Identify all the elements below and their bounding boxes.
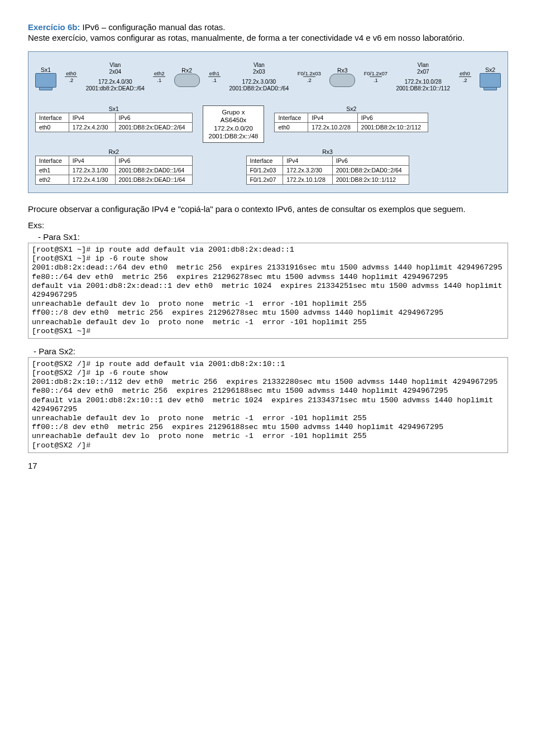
vlan-label: Vlan bbox=[253, 62, 265, 69]
sx1-portnum: .2 bbox=[69, 77, 73, 83]
td: F0/1.2x03 bbox=[246, 166, 283, 175]
tables-row-2: Rx2 InterfaceIPv4IPv6 eth1172.2x.3.1/302… bbox=[35, 148, 501, 185]
rx3-rightport: F0/1.2x07 bbox=[364, 70, 387, 76]
td: 172.2x.4.1/30 bbox=[69, 175, 115, 185]
th: IPv6 bbox=[115, 156, 192, 166]
vlan-net6: 2001:db8:2x:DEAD::/64 bbox=[86, 85, 145, 92]
vlan-id: 2x07 bbox=[417, 69, 429, 75]
td: eth0 bbox=[36, 122, 69, 132]
rx3-name: Rx3 bbox=[337, 67, 348, 74]
td: eth1 bbox=[36, 166, 69, 175]
table-rx2: Rx2 InterfaceIPv4IPv6 eth1172.2x.3.1/302… bbox=[35, 148, 193, 185]
th: IPv4 bbox=[283, 156, 332, 166]
vlan-net4: 172.2x.10.0/28 bbox=[405, 79, 442, 85]
td: eth2 bbox=[36, 175, 69, 185]
vlan-2x07: Vlan 2x07 172.2x.10.0/28 2001:DB8:2x:10:… bbox=[396, 62, 450, 92]
vlan-id: 2x03 bbox=[253, 69, 265, 75]
sx2-label: - Para Sx2: bbox=[34, 346, 508, 356]
vlan-label: Vlan bbox=[418, 62, 429, 69]
sx1-port: eth0 bbox=[66, 70, 76, 76]
page-title: Exercício 6b: IPv6 – configuração manual… bbox=[28, 22, 508, 32]
pc-icon bbox=[35, 73, 56, 88]
rx2-rightport: eth1 bbox=[209, 70, 220, 76]
device-sx2: Sx2 bbox=[480, 66, 501, 88]
caption: Rx3 bbox=[246, 148, 409, 156]
th: IPv4 bbox=[69, 156, 115, 166]
table-sx2: Sx2 InterfaceIPv4IPv6 eth0172.2x.10.2/28… bbox=[274, 105, 428, 132]
topology-row: Sx1 eth0 .2 Vlan 2x04 172.2x.4.0/30 2001… bbox=[35, 62, 501, 92]
sx1-label: - Para Sx1: bbox=[38, 232, 508, 242]
td: 172.2x.10.2/28 bbox=[308, 122, 357, 132]
group-line: 172.2x.0.0/20 bbox=[209, 124, 259, 132]
rx3-leftnum: .2 bbox=[307, 77, 312, 83]
device-sx1: Sx1 bbox=[35, 66, 56, 88]
td: 2001:DB8:2x:DAD0::2/64 bbox=[332, 166, 409, 175]
rx3-rightnum: .1 bbox=[374, 77, 378, 83]
td: 172.2x.3.1/30 bbox=[69, 166, 115, 175]
th: IPv4 bbox=[69, 113, 115, 122]
tables-row-1: Sx1 InterfaceIPv4IPv6 eth0172.2x.4.2/302… bbox=[35, 105, 501, 143]
title-prefix: Exercício 6b: bbox=[28, 22, 80, 32]
paragraph-observe: Procure observar a configuração IPv4 e "… bbox=[28, 204, 508, 215]
caption: Rx2 bbox=[35, 148, 193, 156]
rx2-rightnum: .1 bbox=[212, 77, 217, 83]
th: IPv6 bbox=[332, 156, 409, 166]
th: IPv6 bbox=[357, 113, 428, 122]
vlan-net4: 172.2x.4.0/30 bbox=[98, 79, 132, 85]
vlan-2x03: Vlan 2x03 172.2x.3.0/30 2001:DB8:2x:DAD0… bbox=[229, 62, 289, 92]
td: 172.2x.4.2/30 bbox=[69, 122, 115, 132]
vlan-net6: 2001:DB8:2x:DAD0::/64 bbox=[229, 85, 289, 92]
rx2-leftnum: .1 bbox=[157, 77, 161, 83]
wire-rx2-left: eth2 .1 bbox=[153, 70, 165, 83]
vlan-net4: 172.2x.3.0/30 bbox=[242, 79, 276, 85]
td: 172.2x.10.1/28 bbox=[283, 175, 332, 185]
sx2-port: eth0 bbox=[460, 70, 470, 76]
th: Interface bbox=[36, 156, 69, 166]
group-line: Grupo x bbox=[209, 108, 259, 116]
sx2-name: Sx2 bbox=[485, 66, 495, 73]
caption: Sx1 bbox=[35, 105, 193, 113]
table-sx1: Sx1 InterfaceIPv4IPv6 eth0172.2x.4.2/302… bbox=[35, 105, 193, 132]
device-rx3: Rx3 bbox=[329, 67, 355, 87]
th: Interface bbox=[246, 156, 283, 166]
group-line: 2001:DB8:2x::/48 bbox=[209, 132, 259, 140]
device-rx2: Rx2 bbox=[174, 67, 200, 87]
wire-sx1: eth0 .2 bbox=[65, 70, 77, 83]
th: Interface bbox=[36, 113, 69, 122]
vlan-net6: 2001:DB8:2x:10::/112 bbox=[396, 85, 450, 92]
wire-rx3-left: F0/1.2x03 .2 bbox=[298, 70, 321, 83]
network-diagram: Sx1 eth0 .2 Vlan 2x04 172.2x.4.0/30 2001… bbox=[28, 51, 508, 194]
td: 172.2x.3.2/30 bbox=[283, 166, 332, 175]
intro-text: Neste exercício, vamos configurar as rot… bbox=[28, 33, 508, 44]
th: IPv4 bbox=[308, 113, 357, 122]
rx2-leftport: eth2 bbox=[154, 70, 165, 76]
vlan-label: Vlan bbox=[109, 62, 121, 69]
router-icon bbox=[174, 74, 200, 87]
sx1-name: Sx1 bbox=[41, 66, 51, 73]
exs-label: Exs: bbox=[28, 220, 508, 230]
th: IPv6 bbox=[115, 113, 192, 122]
pc-icon bbox=[480, 73, 501, 88]
group-line: AS6450x bbox=[209, 116, 259, 124]
codebox-sx1: [root@SX1 ~]# ip route add default via 2… bbox=[28, 243, 508, 339]
sx2-portnum: .2 bbox=[463, 77, 467, 83]
caption: Sx2 bbox=[274, 105, 428, 113]
vlan-id: 2x04 bbox=[109, 69, 122, 75]
group-box: Grupo x AS6450x 172.2x.0.0/20 2001:DB8:2… bbox=[203, 105, 265, 143]
codebox-sx2: [root@SX2 /]# ip route add default via 2… bbox=[28, 357, 508, 453]
wire-rx2-right: eth1 .1 bbox=[208, 70, 221, 83]
table-rx3: Rx3 InterfaceIPv4IPv6 F0/1.2x03172.2x.3.… bbox=[246, 148, 409, 185]
td: 2001:DB8:2x:DEAD::2/64 bbox=[115, 122, 192, 132]
title-rest: IPv6 – configuração manual das rotas. bbox=[80, 22, 225, 32]
td: 2001:DB8:2x:DEAD::1/64 bbox=[115, 175, 192, 185]
vlan-2x04: Vlan 2x04 172.2x.4.0/30 2001:db8:2x:DEAD… bbox=[86, 62, 145, 92]
rx2-name: Rx2 bbox=[181, 67, 192, 74]
router-icon bbox=[329, 74, 355, 87]
td: eth0 bbox=[275, 122, 308, 132]
page-number: 17 bbox=[28, 461, 508, 470]
th: Interface bbox=[275, 113, 308, 122]
wire-sx2: eth0 .2 bbox=[459, 70, 471, 83]
td: 2001:DB8:2x:DAD0::1/64 bbox=[115, 166, 192, 175]
td: F0/1.2x07 bbox=[246, 175, 283, 185]
rx3-leftport: F0/1.2x03 bbox=[298, 70, 321, 76]
